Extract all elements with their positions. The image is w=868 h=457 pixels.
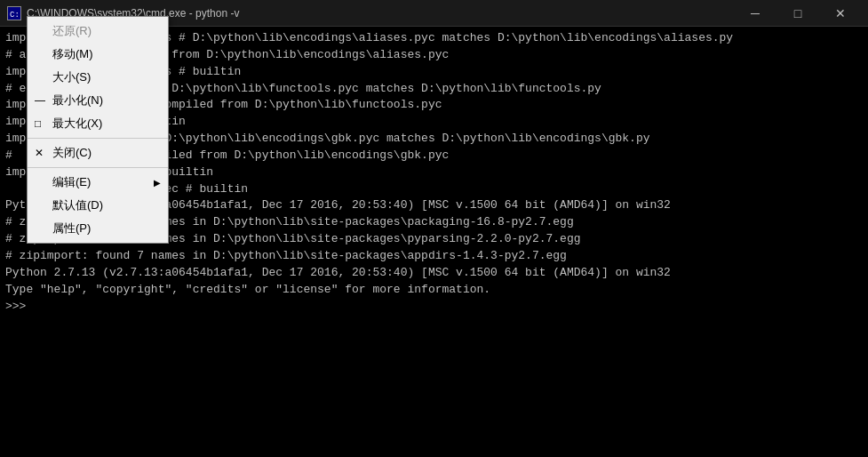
menu-item-close[interactable]: ✕关闭(C) <box>28 141 168 164</box>
menu-item-properties[interactable]: 属性(P) <box>28 217 168 240</box>
close-button[interactable]: ✕ <box>820 0 861 27</box>
menu-separator-5 <box>28 167 168 168</box>
menu-label-restore: 还原(R) <box>52 23 92 39</box>
maximize-button[interactable]: □ <box>777 0 818 27</box>
menu-item-maximize[interactable]: □最大化(X) <box>28 112 168 135</box>
svg-text:C:: C: <box>10 11 20 20</box>
window-controls: ─ □ ✕ <box>735 0 861 27</box>
menu-label-size: 大小(S) <box>52 69 91 85</box>
maximize-icon: □ <box>35 117 41 130</box>
menu-item-default[interactable]: 默认值(D) <box>28 194 168 217</box>
minimize-button[interactable]: ─ <box>735 0 776 27</box>
menu-item-minimize[interactable]: —最小化(N) <box>28 89 168 112</box>
menu-label-default: 默认值(D) <box>52 197 103 213</box>
menu-item-restore: 还原(R) <box>28 20 168 43</box>
close-icon: ✕ <box>35 147 44 159</box>
menu-label-move: 移动(M) <box>52 46 93 62</box>
context-menu: 还原(R)移动(M)大小(S)—最小化(N)□最大化(X)✕关闭(C)编辑(E)… <box>27 16 169 244</box>
menu-item-edit[interactable]: 编辑(E) <box>28 171 168 194</box>
menu-item-move[interactable]: 移动(M) <box>28 43 168 66</box>
cmd-icon: C: <box>7 6 21 20</box>
menu-label-properties: 属性(P) <box>52 220 91 237</box>
menu-label-close: 关闭(C) <box>52 145 92 161</box>
menu-separator-4 <box>28 138 168 139</box>
menu-label-minimize: 最小化(N) <box>52 92 103 108</box>
menu-label-maximize: 最大化(X) <box>52 116 102 132</box>
menu-item-size[interactable]: 大小(S) <box>28 66 168 89</box>
menu-label-edit: 编辑(E) <box>52 174 91 190</box>
minimize-icon: — <box>35 94 45 107</box>
